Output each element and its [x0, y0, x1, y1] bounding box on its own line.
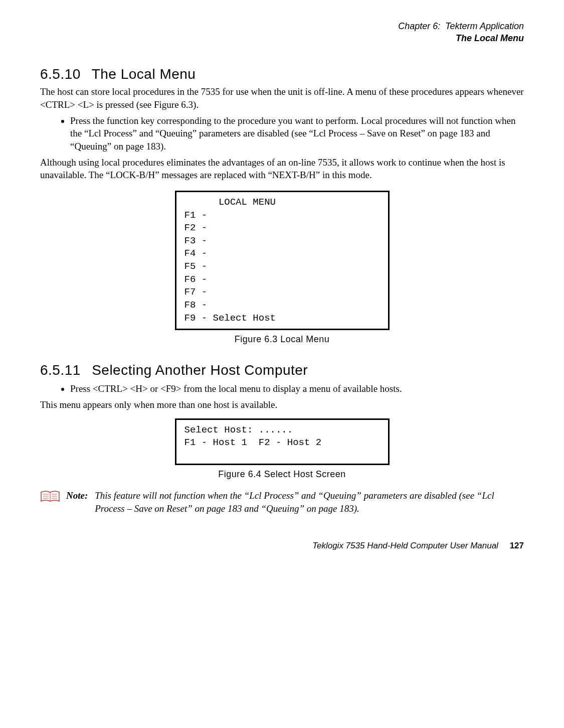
chapter-title: Chapter 6: Tekterm Application: [40, 20, 524, 32]
local-menu-box: LOCAL MENU F1 - F2 - F3 - F4 - F5 - F6 -…: [175, 191, 390, 330]
book-icon: [40, 489, 60, 504]
manual-title: Teklogix 7535 Hand-Held Computer User Ma…: [312, 541, 498, 550]
select-host-lines: Select Host: ...... F1 - Host 1 F2 - Hos…: [184, 424, 322, 449]
local-menu-title: LOCAL MENU: [184, 197, 276, 208]
bullet-list: Press <CTRL> <H> or <F9> from the local …: [70, 382, 524, 395]
bullet-item: Press <CTRL> <H> or <F9> from the local …: [70, 382, 524, 395]
paragraph: The host can store local procedures in t…: [40, 85, 524, 111]
bullet-item: Press the function key corresponding to …: [70, 114, 524, 153]
page-header: Chapter 6: Tekterm Application The Local…: [40, 20, 524, 45]
page-footer: Teklogix 7535 Hand-Held Computer User Ma…: [40, 540, 524, 552]
paragraph: Although using local procedures eliminat…: [40, 156, 524, 182]
section-title: The Local Menu: [92, 66, 196, 82]
section-6-5-11-heading: 6.5.11 Selecting Another Host Computer: [40, 361, 524, 380]
bullet-list: Press the function key corresponding to …: [70, 114, 524, 153]
note-block: Note: This feature will not function whe…: [40, 489, 524, 515]
note-label: Note:: [66, 489, 88, 502]
local-menu-lines: F1 - F2 - F3 - F4 - F5 - F6 - F7 - F8 - …: [184, 210, 276, 324]
section-6-5-10-heading: 6.5.10 The Local Menu: [40, 65, 524, 84]
note-text: This feature will not function when the …: [95, 489, 524, 515]
figure-caption-6-4: Figure 6.4 Select Host Screen: [40, 468, 524, 480]
section-title: Selecting Another Host Computer: [92, 362, 308, 378]
chapter-subtitle: The Local Menu: [40, 32, 524, 44]
figure-caption-6-3: Figure 6.3 Local Menu: [40, 333, 524, 345]
paragraph: This menu appears only when more than on…: [40, 398, 524, 411]
select-host-box: Select Host: ...... F1 - Host 1 F2 - Hos…: [175, 418, 390, 465]
section-number: 6.5.10: [40, 66, 81, 82]
page-number: 127: [510, 541, 524, 550]
section-number: 6.5.11: [40, 362, 81, 378]
